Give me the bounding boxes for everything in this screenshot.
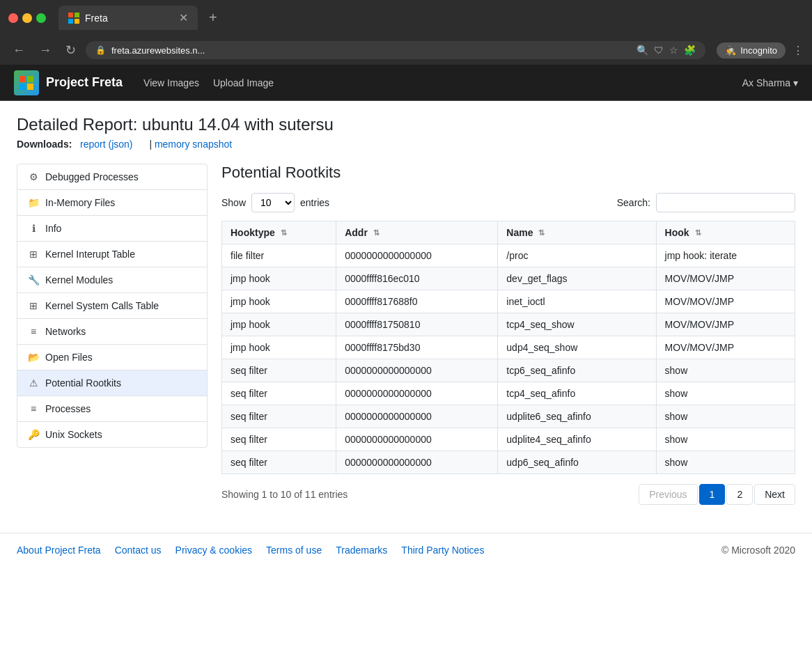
sidebar-item-kernel-system-calls-table[interactable]: ⊞ Kernel System Calls Table bbox=[17, 293, 207, 319]
sidebar-item-open-files[interactable]: 📂 Open Files bbox=[17, 345, 207, 370]
table-row: seq filter0000000000000000tcp6_seq_afinf… bbox=[222, 359, 795, 382]
sidebar-item-kernel-interrupt-table[interactable]: ⊞ Kernel Interupt Table bbox=[17, 242, 207, 267]
sidebar-icon-info: ℹ bbox=[27, 223, 40, 234]
table-row: seq filter0000000000000000udplite6_seq_a… bbox=[222, 405, 795, 428]
sidebar-item-info[interactable]: ℹ Info bbox=[17, 216, 207, 242]
cell-hook: show bbox=[656, 428, 795, 451]
footer-link-terms[interactable]: Terms of use bbox=[266, 545, 322, 556]
col-header-hooktype[interactable]: Hooktype⇅ bbox=[222, 221, 336, 244]
upload-image-link[interactable]: Upload Image bbox=[213, 77, 274, 88]
app-logo: Project Freta bbox=[14, 70, 123, 95]
sidebar-item-in-memory-files[interactable]: 📁 In-Memory Files bbox=[17, 190, 207, 216]
new-tab-button[interactable]: + bbox=[209, 10, 217, 26]
cell-hook: MOV/MOV/JMP bbox=[656, 313, 795, 336]
address-bar: ← → ↻ 🔒 freta.azurewebsites.n... 🔍 🛡 ☆ 🧩… bbox=[0, 36, 812, 65]
search-box: Search: bbox=[617, 193, 795, 212]
sidebar-item-potential-rootkits[interactable]: ⚠ Potential Rootkits bbox=[17, 370, 207, 396]
sidebar-item-unix-sockets[interactable]: 🔑 Unix Sockets bbox=[17, 422, 207, 447]
shield-icon: 🛡 bbox=[654, 45, 664, 56]
cell-hooktype: file filter bbox=[222, 244, 336, 267]
footer-link-trademarks[interactable]: Trademarks bbox=[336, 545, 387, 556]
content-layout: ⚙ Debugged Processes 📁 In-Memory Files ℹ… bbox=[17, 164, 795, 505]
forward-button[interactable]: → bbox=[35, 40, 56, 61]
data-table: Hooktype⇅Addr⇅Name⇅Hook⇅file filter00000… bbox=[221, 221, 795, 474]
panel-title: Potential Rootkits bbox=[221, 164, 795, 182]
incognito-button[interactable]: 🕵 Incognito bbox=[717, 42, 786, 58]
cell-name: tcp6_seq_afinfo bbox=[498, 359, 656, 382]
cell-hooktype: jmp hook bbox=[222, 336, 336, 359]
sidebar-icon-kernel-system-calls-table: ⊞ bbox=[27, 300, 40, 311]
browser-tab[interactable]: Freta ✕ bbox=[58, 6, 198, 30]
cell-hook: MOV/MOV/JMP bbox=[656, 336, 795, 359]
cell-hook: show bbox=[656, 359, 795, 382]
page-button-2[interactable]: 2 bbox=[726, 484, 753, 505]
page-title: Detailed Report: ubuntu 14.04 with suter… bbox=[17, 115, 795, 134]
sidebar-icon-in-memory-files: 📁 bbox=[27, 197, 40, 208]
search-icon: 🔍 bbox=[637, 45, 648, 56]
cell-hooktype: jmp hook bbox=[222, 313, 336, 336]
footer-copyright: © Microsoft 2020 bbox=[721, 545, 795, 556]
col-header-addr[interactable]: Addr⇅ bbox=[336, 221, 498, 244]
sidebar-label-info: Info bbox=[45, 223, 61, 234]
show-label: Show bbox=[221, 197, 246, 208]
app-navbar: Project Freta View Images Upload Image A… bbox=[0, 65, 812, 101]
previous-button[interactable]: Previous bbox=[639, 484, 697, 505]
memory-snapshot-link[interactable]: memory snapshot bbox=[155, 139, 232, 150]
maximize-window-button[interactable] bbox=[36, 13, 46, 23]
table-row: file filter0000000000000000/procjmp hook… bbox=[222, 244, 795, 267]
back-button[interactable]: ← bbox=[8, 40, 29, 61]
show-entries: Show 10 25 50 100 entries bbox=[221, 193, 329, 212]
address-text: freta.azurewebsites.n... bbox=[111, 45, 631, 56]
cell-addr: 0000ffff8175bd30 bbox=[336, 336, 498, 359]
sidebar-label-networks: Networks bbox=[45, 326, 86, 337]
tab-title: Freta bbox=[85, 13, 108, 24]
star-icon[interactable]: ☆ bbox=[669, 45, 678, 56]
cell-hooktype: jmp hook bbox=[222, 290, 336, 313]
minimize-window-button[interactable] bbox=[22, 13, 32, 23]
sidebar-item-debugged-processes[interactable]: ⚙ Debugged Processes bbox=[17, 164, 207, 190]
pagination-bar: Showing 1 to 10 of 11 entries Previous12… bbox=[221, 484, 795, 505]
cell-name: dev_get_flags bbox=[498, 267, 656, 290]
cell-addr: 0000000000000000 bbox=[336, 359, 498, 382]
sidebar-item-processes[interactable]: ≡ Processes bbox=[17, 396, 207, 422]
report-json-link[interactable]: report (json) bbox=[80, 139, 132, 150]
sidebar-icon-debugged-processes: ⚙ bbox=[27, 171, 40, 182]
view-images-link[interactable]: View Images bbox=[143, 77, 199, 88]
sidebar-icon-kernel-modules: 🔧 bbox=[27, 274, 40, 286]
sidebar-item-kernel-modules[interactable]: 🔧 Kernel Modules bbox=[17, 267, 207, 293]
address-box[interactable]: 🔒 freta.azurewebsites.n... 🔍 🛡 ☆ 🧩 bbox=[86, 41, 705, 59]
cell-name: udplite4_seq_afinfo bbox=[498, 428, 656, 451]
entries-label: entries bbox=[300, 197, 329, 208]
tab-favicon bbox=[68, 13, 79, 24]
pagination-info: Showing 1 to 10 of 11 entries bbox=[221, 489, 348, 500]
cell-hook: show bbox=[656, 382, 795, 405]
user-menu[interactable]: Ax Sharma ▾ bbox=[742, 77, 798, 88]
entries-select[interactable]: 10 25 50 100 bbox=[251, 193, 295, 212]
close-window-button[interactable] bbox=[8, 13, 18, 23]
app-name: Project Freta bbox=[46, 75, 123, 90]
incognito-label: Incognito bbox=[740, 45, 777, 56]
page-button-1[interactable]: 1 bbox=[699, 484, 726, 505]
sort-icon-hooktype: ⇅ bbox=[281, 228, 287, 237]
more-menu-icon[interactable]: ⋮ bbox=[793, 44, 804, 57]
sidebar-label-potential-rootkits: Potential Rootkits bbox=[45, 377, 121, 389]
footer-link-about[interactable]: About Project Freta bbox=[17, 545, 101, 556]
reload-button[interactable]: ↻ bbox=[61, 40, 80, 61]
tab-close-button[interactable]: ✕ bbox=[179, 11, 188, 24]
cell-hooktype: seq filter bbox=[222, 428, 336, 451]
extensions-icon[interactable]: 🧩 bbox=[684, 45, 696, 56]
sidebar-item-networks[interactable]: ≡ Networks bbox=[17, 319, 207, 345]
col-header-name[interactable]: Name⇅ bbox=[498, 221, 656, 244]
sidebar-icon-potential-rootkits: ⚠ bbox=[27, 377, 40, 389]
cell-name: udplite6_seq_afinfo bbox=[498, 405, 656, 428]
sidebar-icon-unix-sockets: 🔑 bbox=[27, 429, 40, 440]
footer-link-third-party[interactable]: Third Party Notices bbox=[401, 545, 484, 556]
col-header-hook[interactable]: Hook⇅ bbox=[656, 221, 795, 244]
footer-link-privacy[interactable]: Privacy & cookies bbox=[175, 545, 252, 556]
next-button[interactable]: Next bbox=[754, 484, 795, 505]
search-input[interactable] bbox=[656, 193, 795, 212]
cell-hooktype: seq filter bbox=[222, 451, 336, 474]
footer-link-contact[interactable]: Contact us bbox=[115, 545, 162, 556]
sidebar-icon-kernel-interrupt-table: ⊞ bbox=[27, 249, 40, 260]
cell-hooktype: jmp hook bbox=[222, 267, 336, 290]
